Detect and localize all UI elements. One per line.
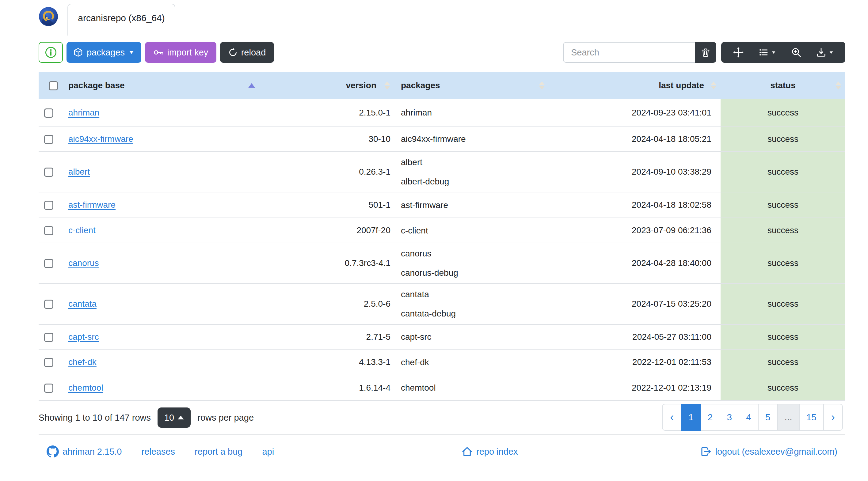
caret-down-icon (771, 51, 776, 54)
fullscreen-toggle-button[interactable] (733, 47, 744, 58)
version-cell: 2007f-20 (259, 218, 394, 243)
row-checkbox[interactable] (44, 333, 53, 342)
page-button-2[interactable]: 2 (700, 404, 720, 431)
releases-link[interactable]: releases (141, 447, 175, 457)
key-icon (153, 47, 164, 58)
packages-table: package base version packages last updat… (39, 72, 845, 401)
page-button-15[interactable]: 15 (799, 404, 824, 431)
status-badge: success (720, 324, 845, 349)
toolbar: packages import key reload (39, 42, 845, 63)
column-header-package-base[interactable]: package base (62, 72, 259, 99)
table-row: ast-firmware 501-1 ast-firmware 2024-04-… (39, 192, 845, 218)
column-header-packages[interactable]: packages (394, 72, 549, 99)
package-base-link[interactable]: c-client (68, 225, 96, 235)
export-dropdown-button[interactable] (816, 47, 834, 57)
logout-icon (700, 446, 711, 457)
package-base-link[interactable]: ahriman (68, 108, 99, 117)
page-button-4[interactable]: 4 (739, 404, 758, 431)
row-checkbox[interactable] (44, 300, 53, 309)
table-row: ahriman 2.15.0-1 ahriman 2024-09-23 03:4… (39, 99, 845, 126)
search-input[interactable] (563, 42, 695, 63)
last-update-cell: 2024-04-18 18:02:58 (549, 192, 720, 218)
package-base-link[interactable]: aic94xx-firmware (68, 134, 133, 144)
report-bug-link[interactable]: report a bug (195, 447, 242, 457)
repo-index-link[interactable]: repo index (462, 446, 518, 457)
version-cell: 2.15.0-1 (259, 99, 394, 126)
select-all-checkbox[interactable] (49, 81, 58, 90)
row-checkbox[interactable] (44, 358, 53, 367)
page-button-3[interactable]: 3 (720, 404, 740, 431)
toolbar-table-controls (563, 42, 845, 63)
version-cell: 30-10 (259, 126, 394, 152)
package-base-link[interactable]: albert (68, 167, 90, 177)
package-base-link[interactable]: canorus (68, 258, 99, 268)
last-update-cell: 2024-04-18 18:05:21 (549, 126, 720, 152)
table-row: cantata 2.5.0-6 cantata cantata-debug 20… (39, 283, 845, 324)
row-checkbox[interactable] (44, 259, 53, 268)
sort-icon (539, 82, 545, 90)
column-header-status[interactable]: status (720, 72, 845, 99)
package-base-link[interactable]: chef-dk (68, 357, 97, 367)
package-base-link[interactable]: cantata (68, 299, 97, 309)
import-key-button-label: import key (167, 47, 209, 58)
row-checkbox[interactable] (44, 201, 53, 210)
api-link[interactable]: api (262, 447, 274, 457)
trash-icon (701, 47, 710, 57)
reload-icon (228, 48, 238, 57)
detail-view-button[interactable] (791, 47, 802, 58)
page-button-1[interactable]: 1 (681, 404, 701, 431)
package-base-link[interactable]: capt-src (68, 332, 99, 342)
zoom-in-icon (791, 47, 802, 58)
reload-button[interactable]: reload (220, 42, 274, 63)
info-button[interactable] (39, 42, 63, 63)
version-cell: 1.6.14-4 (259, 375, 394, 400)
next-page-button[interactable]: › (823, 404, 843, 431)
page-size-dropdown[interactable]: 10 (158, 408, 191, 428)
pagination-summary-group: Showing 1 to 10 of 147 rows 10 rows per … (39, 404, 254, 431)
row-checkbox[interactable] (44, 135, 53, 144)
package-base-link[interactable]: ast-firmware (68, 200, 116, 210)
table-row: c-client 2007f-20 c-client 2023-07-09 06… (39, 218, 845, 243)
row-checkbox[interactable] (44, 108, 53, 118)
page-gap-button[interactable]: ... (777, 404, 800, 431)
row-checkbox[interactable] (44, 384, 53, 393)
row-checkbox[interactable] (44, 226, 53, 235)
table-row: capt-src 2.71-5 capt-src 2024-05-27 03:1… (39, 324, 845, 349)
status-badge: success (720, 192, 845, 218)
import-key-button[interactable]: import key (145, 42, 216, 63)
clear-search-button[interactable] (695, 42, 716, 63)
column-header-version[interactable]: version (259, 72, 394, 99)
sort-icon (711, 82, 716, 90)
previous-page-button[interactable]: ‹ (662, 404, 682, 431)
packages-cell: ast-firmware (394, 192, 549, 218)
last-update-cell: 2022-12-01 02:11:53 (549, 349, 720, 375)
packages-dropdown-button[interactable]: packages (66, 42, 141, 63)
version-cell: 0.7.3rc3-4.1 (259, 243, 394, 283)
columns-dropdown-button[interactable] (758, 47, 776, 57)
logout-link[interactable]: logout (esalexeev@gmail.com) (700, 446, 837, 457)
packages-cell: chef-dk (394, 349, 549, 375)
package-base-link[interactable]: chemtool (68, 383, 103, 392)
toolbar-actions: packages import key reload (39, 42, 274, 63)
last-update-cell: 2023-07-09 06:21:36 (549, 218, 720, 243)
page-button-5[interactable]: 5 (758, 404, 778, 431)
rows-per-page-label: rows per page (197, 413, 254, 423)
reload-button-label: reload (241, 47, 266, 58)
status-badge: success (720, 99, 845, 126)
version-cell: 4.13.3-1 (259, 349, 394, 375)
page: arcanisrepo (x86_64) packages (0, 0, 868, 481)
footer-left-links: ahriman 2.15.0 releases report a bug api (46, 441, 274, 462)
column-header-last-update[interactable]: last update (549, 72, 720, 99)
table-row: albert 0.26.3-1 albert albert-debug 2024… (39, 152, 845, 192)
version-cell: 501-1 (259, 192, 394, 218)
status-badge: success (720, 375, 845, 400)
row-checkbox[interactable] (44, 168, 53, 177)
table-row: chef-dk 4.13.3-1 chef-dk 2022-12-01 02:1… (39, 349, 845, 375)
status-badge: success (720, 152, 845, 192)
github-version-link[interactable]: ahriman 2.15.0 (46, 445, 122, 458)
table-tools-group (721, 42, 845, 63)
packages-cell: chemtool (394, 375, 549, 400)
select-all-header (39, 72, 62, 99)
status-badge: success (720, 349, 845, 375)
tab-repository[interactable]: arcanisrepo (x86_64) (67, 4, 175, 36)
